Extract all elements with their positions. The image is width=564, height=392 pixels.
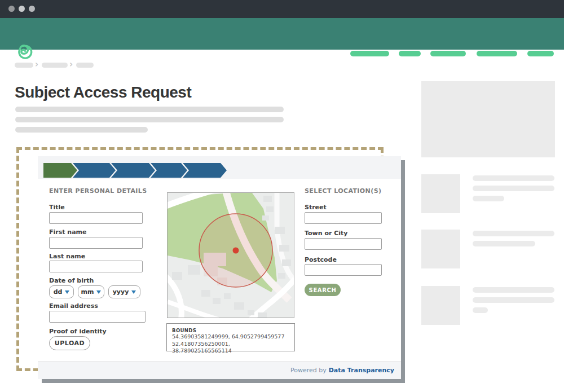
- progress-steps: [43, 163, 230, 178]
- personal-details-heading: ENTER PERSONAL DETAILS: [49, 187, 147, 195]
- breadcrumb-item-placeholder[interactable]: [42, 63, 68, 68]
- select-locations-heading: SELECT LOCATION(S): [305, 187, 381, 195]
- location-map[interactable]: [167, 192, 294, 318]
- sidebar-item-thumbnail: [421, 230, 460, 268]
- sidebar-item-text-placeholder: [473, 186, 554, 191]
- email-input[interactable]: [49, 311, 146, 323]
- sidebar-item-text-placeholder: [473, 175, 554, 181]
- sidebar-item-text-placeholder: [473, 241, 535, 246]
- first-name-label: First name: [49, 228, 87, 236]
- town-or-city-input[interactable]: [305, 238, 382, 250]
- bounds-coordinates-line2: 52.41807356250001, 38.789025165565114: [172, 341, 289, 355]
- data-transparency-link[interactable]: Data Transparency: [329, 367, 394, 374]
- progress-step-3: [111, 163, 155, 178]
- last-name-label: Last name: [49, 253, 85, 260]
- street-input[interactable]: [305, 212, 382, 224]
- progress-step-5: [183, 163, 227, 178]
- powered-by-text: Powered by: [290, 367, 327, 374]
- postcode-input[interactable]: [305, 264, 382, 276]
- bounds-readout: BOUNDS 54.36903581249999, 64.90527994595…: [166, 323, 295, 351]
- email-label: Email address: [49, 302, 98, 310]
- nav-link-placeholder[interactable]: [350, 51, 389, 56]
- dob-year-select[interactable]: yyyy: [108, 285, 140, 298]
- site-header: [0, 18, 564, 50]
- sidebar-item-text-placeholder: [473, 287, 554, 293]
- dob-month-select[interactable]: mm: [78, 285, 104, 298]
- proof-of-identity-label: Proof of identity: [49, 328, 107, 335]
- sidebar-item-text-placeholder: [473, 307, 488, 313]
- sidebar-item-text-placeholder: [473, 297, 554, 303]
- dob-day-value: dd: [54, 288, 63, 296]
- nav-link-placeholder[interactable]: [527, 51, 554, 56]
- map-center-marker[interactable]: [233, 248, 239, 254]
- subject-access-request-widget: ENTER PERSONAL DETAILS Title First name …: [38, 156, 401, 379]
- intro-text-placeholder: [15, 127, 148, 133]
- title-input[interactable]: [49, 212, 143, 224]
- widget-footer: Powered by Data Transparency: [38, 361, 401, 379]
- nav-link-placeholder[interactable]: [399, 51, 421, 56]
- bounds-heading: BOUNDS: [172, 328, 289, 333]
- intro-text-placeholder: [15, 117, 284, 122]
- chevron-right-icon: ›: [69, 59, 73, 70]
- postcode-label: Postcode: [305, 256, 337, 263]
- caret-down-icon: [65, 290, 69, 294]
- title-label: Title: [49, 204, 65, 211]
- last-name-input[interactable]: [49, 261, 143, 272]
- sidebar-item-thumbnail: [421, 174, 460, 213]
- first-name-input[interactable]: [49, 237, 143, 249]
- town-or-city-label: Town or City: [305, 230, 348, 237]
- dob-month-value: mm: [81, 288, 94, 296]
- browser-title-bar: [0, 0, 564, 18]
- street-label: Street: [305, 204, 327, 211]
- dob-day-select[interactable]: dd: [49, 285, 74, 298]
- map-canvas: [168, 193, 294, 318]
- sidebar-item-text-placeholder: [473, 231, 554, 236]
- caret-down-icon: [131, 290, 136, 294]
- breadcrumb-item-placeholder[interactable]: [15, 63, 33, 68]
- progress-step-1-active: [43, 163, 77, 178]
- window-control-dot[interactable]: [8, 6, 15, 12]
- date-of-birth-label: Date of birth: [49, 277, 94, 284]
- intro-text-placeholder: [15, 107, 284, 112]
- page-title: Subject Access Request: [15, 83, 353, 102]
- upload-button[interactable]: UPLOAD: [49, 336, 90, 350]
- caret-down-icon: [96, 290, 101, 294]
- chevron-right-icon: ›: [35, 59, 38, 70]
- sidebar-item-thumbnail: [421, 286, 460, 325]
- nav-link-placeholder[interactable]: [430, 51, 466, 56]
- dob-year-value: yyyy: [113, 288, 129, 296]
- progress-band: [38, 156, 401, 179]
- window-control-dot[interactable]: [19, 6, 25, 12]
- sidebar-item-text-placeholder: [473, 196, 504, 201]
- spiral-logo-icon[interactable]: [14, 42, 34, 63]
- date-of-birth-row: dd mm yyyy: [49, 285, 140, 298]
- search-button[interactable]: SEARCH: [305, 284, 341, 296]
- sidebar-hero-placeholder: [421, 81, 555, 157]
- breadcrumb-item-placeholder[interactable]: [76, 63, 94, 68]
- window-control-dot[interactable]: [29, 6, 35, 12]
- progress-step-4: [151, 163, 187, 178]
- nav-link-placeholder[interactable]: [477, 51, 517, 56]
- bounds-coordinates-line1: 54.36903581249999, 64.9052799459577: [172, 333, 289, 341]
- progress-step-2: [73, 163, 116, 178]
